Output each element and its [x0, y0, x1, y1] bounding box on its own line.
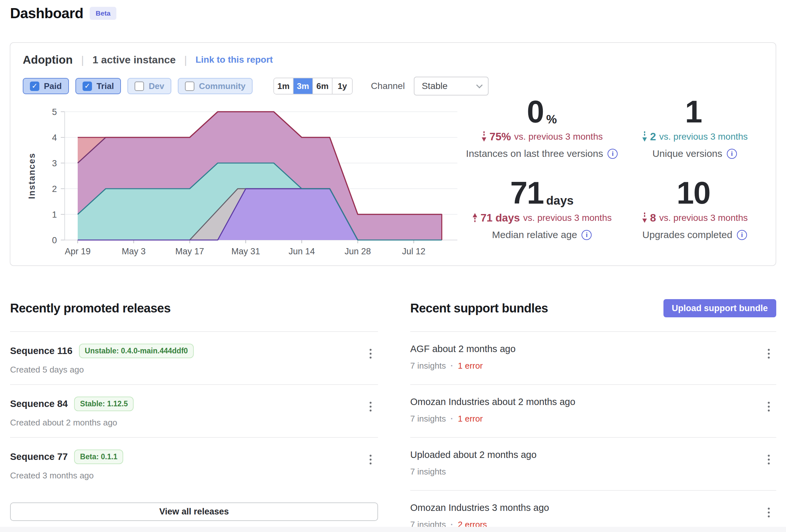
filter-label: Dev — [148, 81, 164, 91]
svg-text:5: 5 — [52, 107, 57, 117]
recent-support-bundles-section: Recent support bundles Upload support bu… — [410, 299, 776, 532]
bundle-row: AGF about 2 months ago 7 insights1 error — [410, 331, 776, 384]
filter-label: Community — [199, 81, 246, 91]
stat-median-relative-age: 71 days 71 days vs. previous 3 months Me… — [462, 176, 622, 252]
divider: | — [81, 54, 84, 66]
recently-promoted-releases-section: Recently promoted releases Sequence 116 … — [10, 299, 378, 521]
checkbox-icon[interactable] — [83, 81, 92, 91]
stat-delta: 8 — [650, 212, 656, 224]
stat-delta-suffix: vs. previous 3 months — [659, 131, 748, 142]
upload-support-bundle-button[interactable]: Upload support bundle — [664, 299, 776, 317]
stat-label: Upgrades completed — [642, 229, 732, 240]
filter-paid[interactable]: Paid — [23, 78, 69, 94]
release-title[interactable]: Sequence 77 — [10, 452, 68, 462]
chevron-down-icon — [476, 82, 483, 88]
kebab-menu-icon[interactable] — [368, 400, 373, 413]
svg-text:4: 4 — [52, 133, 57, 143]
bundle-title[interactable]: AGF about 2 months ago — [410, 344, 515, 354]
release-version-badge: Stable: 1.12.5 — [74, 396, 134, 411]
range-1y[interactable]: 1y — [332, 78, 352, 94]
info-icon[interactable] — [581, 230, 592, 240]
bundle-row: Omozan Industries about 2 months ago 7 i… — [410, 384, 776, 437]
view-all-releases-button[interactable]: View all releases — [10, 503, 378, 521]
svg-text:0: 0 — [52, 236, 57, 245]
stat-value: 10 — [677, 176, 710, 210]
release-row: Sequence 84 Stable: 1.12.5 Created about… — [10, 384, 378, 437]
checkbox-icon[interactable] — [185, 81, 194, 91]
stat-value: 71 — [510, 176, 544, 210]
info-icon[interactable] — [727, 149, 737, 159]
stat-delta: 75% — [489, 130, 511, 143]
stat-value: 1 — [685, 95, 701, 129]
range-1m[interactable]: 1m — [274, 78, 294, 94]
bundle-insights: 7 insights — [410, 361, 446, 370]
stat-unit: days — [546, 195, 573, 207]
stat-delta-suffix: vs. previous 3 months — [659, 213, 748, 223]
kebab-menu-icon[interactable] — [368, 453, 373, 466]
kebab-menu-icon[interactable] — [368, 347, 373, 361]
stat-delta-suffix: vs. previous 3 months — [514, 131, 603, 142]
svg-text:Jul 12: Jul 12 — [402, 246, 425, 256]
kebab-menu-icon[interactable] — [766, 347, 772, 361]
channel-value: Stable — [422, 81, 447, 91]
svg-text:May 3: May 3 — [122, 246, 146, 256]
release-created: Created 3 months ago — [10, 470, 378, 481]
active-instance-count: 1 active instance — [92, 54, 176, 66]
page-header: Dashboard Beta — [10, 5, 116, 21]
svg-text:3: 3 — [52, 159, 57, 168]
channel-select[interactable]: Stable — [414, 77, 489, 96]
bundle-title[interactable]: Omozan Industries about 2 months ago — [410, 396, 575, 407]
page-title: Dashboard — [10, 5, 83, 21]
time-range-group: 1m 3m 6m 1y — [273, 78, 353, 95]
checkbox-icon[interactable] — [30, 81, 39, 91]
link-to-report[interactable]: Link to this report — [195, 54, 273, 65]
info-icon[interactable] — [607, 149, 618, 159]
adoption-title: Adoption — [23, 53, 73, 66]
range-3m[interactable]: 3m — [294, 78, 313, 94]
bundle-error-count: 1 error — [446, 361, 483, 370]
bundle-error-count: 1 error — [446, 414, 483, 424]
svg-text:2: 2 — [52, 184, 57, 194]
stat-delta-suffix: vs. previous 3 months — [523, 213, 611, 223]
filter-dev[interactable]: Dev — [128, 78, 171, 94]
release-version-badge: Unstable: 0.4.0-main.444ddf0 — [79, 344, 194, 358]
release-row: Sequence 116 Unstable: 0.4.0-main.444ddf… — [10, 331, 378, 384]
stat-trend: 8 vs. previous 3 months — [642, 212, 748, 224]
kebab-menu-icon[interactable] — [766, 400, 772, 413]
stat-delta: 71 days — [481, 212, 520, 224]
svg-text:May 17: May 17 — [175, 246, 204, 256]
checkbox-icon[interactable] — [135, 81, 144, 91]
kebab-menu-icon[interactable] — [766, 506, 772, 519]
bundle-title[interactable]: Omozan Industries 3 months ago — [410, 503, 549, 513]
bundle-title[interactable]: Uploaded about 2 months ago — [410, 450, 537, 460]
stat-trend: 75% vs. previous 3 months — [481, 130, 603, 143]
info-icon[interactable] — [737, 230, 747, 240]
channel-label: Channel — [371, 81, 405, 91]
range-6m[interactable]: 6m — [313, 78, 332, 94]
svg-text:Instances: Instances — [27, 153, 37, 199]
arrow-up-dashed-icon — [472, 212, 478, 223]
adoption-card: Adoption | 1 active instance | Link to t… — [10, 42, 776, 266]
stat-unit: % — [546, 113, 557, 125]
releases-heading: Recently promoted releases — [10, 301, 171, 315]
stat-instances-last-three-versions: 0 % 75% vs. previous 3 months Instances … — [462, 95, 622, 171]
adoption-controls: Paid Trial Dev Community 1m 3m 6m 1y Cha… — [23, 77, 489, 96]
svg-text:Jun 28: Jun 28 — [345, 246, 371, 256]
kebab-menu-icon[interactable] — [766, 453, 772, 466]
filter-community[interactable]: Community — [178, 78, 253, 94]
release-created: Created 5 days ago — [10, 365, 378, 375]
stat-delta: 2 — [650, 130, 656, 143]
release-version-badge: Beta: 0.1.1 — [74, 450, 123, 464]
arrow-down-dashed-icon — [481, 131, 487, 142]
release-title[interactable]: Sequence 116 — [10, 345, 72, 356]
beta-badge: Beta — [90, 7, 116, 20]
adoption-stats: 0 % 75% vs. previous 3 months Instances … — [462, 95, 768, 252]
svg-text:Apr 19: Apr 19 — [65, 246, 91, 256]
release-title[interactable]: Sequence 84 — [10, 398, 68, 409]
filter-trial[interactable]: Trial — [75, 78, 121, 94]
filter-label: Trial — [96, 81, 114, 91]
adoption-card-header: Adoption | 1 active instance | Link to t… — [23, 53, 273, 66]
stat-trend: 71 days vs. previous 3 months — [472, 212, 611, 224]
stat-value: 0 — [527, 95, 544, 129]
stat-upgrades-completed: 10 8 vs. previous 3 months Upgrades comp… — [622, 176, 768, 252]
